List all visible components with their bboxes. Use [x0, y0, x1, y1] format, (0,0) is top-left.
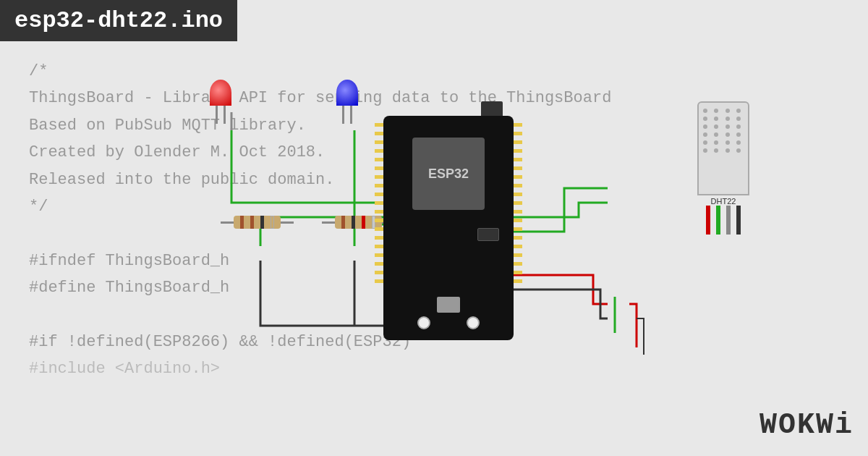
pin [514, 236, 522, 240]
pin [375, 227, 383, 231]
pin [375, 193, 383, 196]
title-bar: esp32-dht22.ino [0, 0, 237, 41]
board-button-right[interactable] [467, 316, 480, 329]
pin [375, 262, 383, 266]
dht22-pin-gnd [736, 206, 741, 235]
circuit-diagram: ESP32 [159, 72, 760, 405]
pin [375, 253, 383, 257]
dht22-label: DHT22 [711, 197, 736, 206]
antenna [481, 101, 503, 116]
pin [514, 123, 522, 127]
esp32-chip: ESP32 [412, 138, 485, 210]
dht22-pins [706, 206, 741, 235]
board-button-left[interactable] [417, 316, 430, 329]
board-buttons [417, 316, 480, 329]
pin [375, 279, 383, 283]
pin [375, 140, 383, 144]
pin [514, 227, 522, 231]
pin [375, 175, 383, 179]
pin [514, 149, 522, 153]
pin [514, 201, 522, 205]
pin [514, 279, 522, 283]
pin-row-left [375, 123, 383, 283]
pin [375, 201, 383, 205]
pin [514, 158, 522, 161]
pin [375, 210, 383, 214]
pin [514, 166, 522, 170]
pin [514, 271, 522, 274]
pin [514, 245, 522, 248]
small-component [477, 228, 499, 241]
pin [375, 123, 383, 127]
pin [514, 132, 522, 135]
pin [514, 210, 522, 214]
led-red [210, 80, 231, 124]
dht22-grid [703, 109, 744, 153]
dht22-pin-nc [726, 206, 731, 235]
pin [514, 262, 522, 266]
pin [375, 236, 383, 240]
pin [375, 219, 383, 222]
usb-connector [437, 297, 460, 313]
pin [375, 184, 383, 187]
pin [514, 219, 522, 222]
wokwi-logo: WOKWi [760, 409, 854, 442]
pin [375, 271, 383, 274]
dht22-sensor: DHT22 [694, 101, 752, 235]
pin [514, 193, 522, 196]
pin [375, 149, 383, 153]
pin [375, 166, 383, 170]
dht22-pin-data [716, 206, 720, 235]
pin [514, 184, 522, 187]
pin [514, 253, 522, 257]
resistor-red [221, 216, 294, 229]
esp32-board: ESP32 [383, 116, 514, 340]
led-blue [336, 80, 358, 124]
title-text: esp32-dht22.ino [14, 7, 223, 34]
pin [375, 158, 383, 161]
pin [375, 245, 383, 248]
pin [514, 140, 522, 144]
dht22-pin-vcc [706, 206, 710, 235]
dht22-body [697, 101, 749, 195]
pin [375, 132, 383, 135]
pin-row-right [514, 123, 522, 283]
pin [514, 175, 522, 179]
